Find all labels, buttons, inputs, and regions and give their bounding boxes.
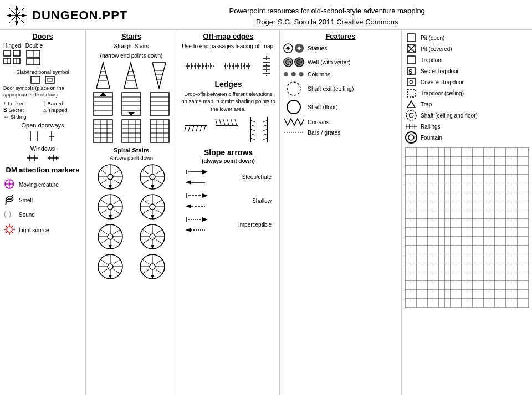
svg-marker-174: [109, 275, 112, 279]
svg-rect-268: [407, 56, 415, 64]
grid-cell: [444, 281, 450, 290]
grid-cell: [444, 228, 450, 237]
sound-icon: ( ): [3, 209, 16, 221]
covered-trapdoor-icon: [405, 78, 417, 86]
grid-cell: [411, 157, 417, 166]
grid-cell: [478, 228, 484, 237]
grid-cell: [495, 201, 500, 210]
grid-cell: [484, 183, 489, 192]
window-sym-2: [47, 154, 60, 162]
grid-cell: [406, 166, 411, 175]
svg-line-103: [114, 180, 120, 184]
svg-line-149: [100, 239, 107, 244]
grid-cell: [484, 157, 489, 166]
grid-cell: [478, 237, 484, 246]
grid-cell: [444, 246, 450, 254]
spiral-stair-row-4: [89, 253, 173, 280]
svg-line-223: [250, 120, 255, 122]
logo-area: DUNGEON.PPT: [6, 4, 127, 27]
svg-line-136: [156, 210, 162, 214]
grid-cell: [439, 148, 444, 157]
svg-point-110: [150, 174, 155, 180]
grid-cell: [484, 228, 489, 237]
svg-line-224: [250, 125, 255, 126]
grid-cell: [406, 281, 411, 290]
grid-cell: [406, 192, 411, 201]
grid-cell: [433, 157, 439, 166]
spiral-sym-1: [96, 163, 124, 191]
grid-cell: [411, 246, 417, 254]
open-doorways-label: Open doorways: [3, 122, 82, 129]
grid-cell: [478, 157, 484, 166]
grid-cell: [495, 299, 500, 308]
grid-cell: [489, 228, 495, 237]
secret-attr: S Secret: [3, 107, 43, 113]
grid-cell: [433, 263, 439, 272]
svg-line-209: [185, 125, 186, 131]
grid-cell: [500, 228, 506, 237]
grid-cell: [467, 183, 472, 192]
grid-cell: [422, 183, 428, 192]
grid-cell: [422, 219, 428, 228]
ledge-sym-row: [181, 116, 276, 144]
grid-cell: [444, 299, 450, 308]
grid-cell: [484, 246, 489, 254]
ledge-sym-4: [262, 116, 273, 144]
svg-line-147: [114, 239, 120, 244]
steep-arrows-down: [186, 167, 208, 176]
grid-cell: [439, 166, 444, 175]
svg-rect-21: [48, 78, 52, 81]
dm-smell: Smell: [3, 195, 82, 206]
grid-cell: [422, 210, 428, 219]
grid-cell: [422, 263, 428, 272]
svg-marker-48: [96, 63, 110, 88]
grid-cell: [417, 183, 422, 192]
svg-marker-52: [124, 63, 137, 88]
grid-cell: [467, 219, 472, 228]
shaft-exit-ceiling-icon: [283, 81, 304, 96]
grid-cell: [411, 281, 417, 290]
grid-cell: [511, 272, 517, 281]
open-dw-sym-2: [45, 130, 58, 142]
window-sym-1: [25, 154, 39, 162]
svg-marker-163: [151, 245, 154, 249]
grid-cell: [461, 201, 467, 210]
grid-cell: [517, 201, 523, 210]
grid-cell: [422, 281, 428, 290]
grid-cell: [472, 148, 478, 157]
grid-cell: [500, 192, 506, 201]
grid-cell: [467, 148, 472, 157]
spiral-stair-row-1: [89, 163, 173, 191]
grid-cell: [411, 237, 417, 246]
svg-line-229: [263, 120, 268, 122]
grid-cell: [523, 192, 528, 201]
svg-marker-152: [109, 245, 112, 249]
open-doorways-symbols: [3, 130, 82, 142]
col-right: Pit (open) Pit (covered) Trapdoo: [402, 30, 532, 395]
grid-cell: [428, 219, 433, 228]
grid-cell: [411, 192, 417, 201]
grid-cell: [517, 281, 523, 290]
svg-point-143: [108, 234, 113, 239]
grid-cell: [456, 192, 461, 201]
moving-creature-icon: [3, 178, 16, 192]
grid-cell: [444, 157, 450, 166]
grid-cell: [511, 192, 517, 201]
grid-cell: [433, 281, 439, 290]
open-dw-sym-1: [28, 130, 40, 142]
grid-cell: [406, 290, 411, 299]
grid-cell: [484, 254, 489, 263]
grid-cell: [478, 166, 484, 175]
grid-cell: [461, 192, 467, 201]
grid-table: [405, 147, 529, 308]
grid-cell: [472, 263, 478, 272]
grid-cell: [472, 228, 478, 237]
spiral-sym-5: [96, 223, 124, 251]
grid-cell: [506, 157, 511, 166]
grid-cell: [461, 263, 467, 272]
grid-cell: [489, 254, 495, 263]
grid-cell: [511, 228, 517, 237]
svg-point-281: [406, 132, 417, 143]
svg-marker-6: [7, 14, 11, 17]
grid-cell: [495, 183, 500, 192]
